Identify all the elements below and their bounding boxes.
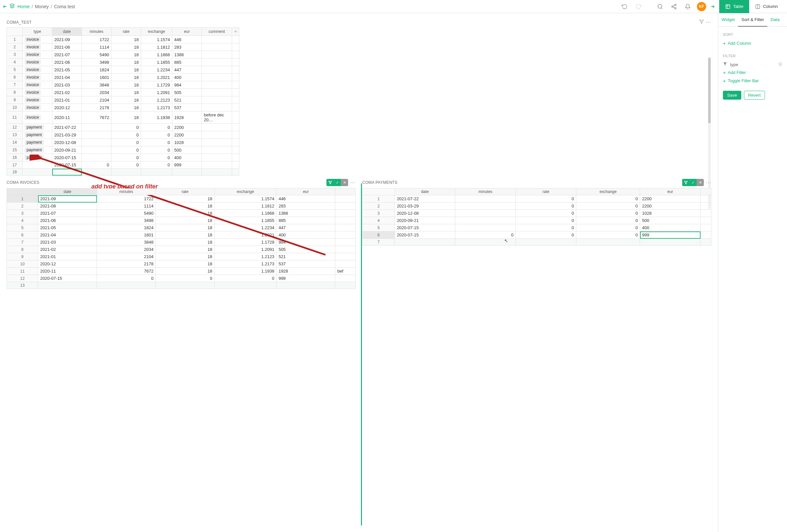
table-row[interactable]: 6invoice2021-041601181.2021400 (7, 73, 239, 81)
panel-tab-data[interactable]: Data (767, 13, 783, 26)
col-rate[interactable]: rate (155, 188, 214, 195)
avatar[interactable]: KF (697, 2, 706, 11)
check-icon[interactable]: ✓ (334, 179, 341, 186)
filter-item-type[interactable]: type (723, 61, 782, 68)
table-row[interactable]: 22021-03-29002200 (363, 203, 711, 210)
table-row[interactable]: 11invoice2020-117672181.19381928before d… (7, 111, 239, 124)
table-row[interactable]: 13payment2021-03-29002200 (7, 131, 239, 139)
section-menu-icon[interactable]: ⋯ (350, 179, 356, 186)
trash-icon[interactable] (778, 62, 782, 67)
col-minutes[interactable]: minutes (82, 28, 111, 36)
table-row[interactable]: 122020-07-15000999 (7, 275, 356, 282)
check-icon[interactable]: ✓ (689, 179, 697, 186)
table-row[interactable]: 12021-07-22002200 (363, 195, 711, 203)
col-eur[interactable]: eur (172, 28, 202, 36)
col-type[interactable]: type (23, 28, 52, 36)
table-row[interactable]: 102020-122178181.2173537 (7, 260, 356, 268)
search-icon[interactable] (656, 2, 665, 11)
table-row[interactable]: 62021-041601181.2021400 (7, 232, 356, 239)
table-row[interactable]: 42020-09-2100500 (363, 217, 711, 224)
table-row[interactable]: 32020-12-08001028 (363, 210, 711, 217)
table-row[interactable]: 82021-022034181.2091505 (7, 246, 356, 253)
breadcrumb-home[interactable]: Home (17, 4, 29, 9)
add-sort-column[interactable]: +Add Column (723, 39, 782, 47)
save-button[interactable]: Save (723, 91, 741, 100)
x-icon[interactable]: ✕ (697, 179, 704, 186)
section-coma-invoices: COMA INVOICES ✓ ✕ ⋯ date minute (6, 179, 356, 526)
table-row[interactable]: 4invoice2021-063498181.1855885 (7, 59, 239, 66)
table-row[interactable]: 52021-051824181.2234447 (7, 224, 356, 232)
table-row[interactable]: 72021-033848181.1729984 (7, 239, 356, 246)
table-row[interactable]: 62020-07-15000999 (363, 232, 711, 239)
table-row[interactable]: 12021-091722181.1574446 (7, 195, 356, 203)
x-icon[interactable]: ✕ (341, 179, 348, 186)
breadcrumb-doc[interactable]: Coma test (54, 4, 75, 9)
col-minutes[interactable]: minutes (455, 188, 516, 195)
table-row[interactable]: 12payment2021-07-22002200 (7, 124, 239, 131)
col-minutes[interactable]: minutes (97, 188, 156, 195)
toggle-filter-bar[interactable]: +Toggle Filter Bar (723, 77, 782, 85)
table-row[interactable]: 9invoice2021-012104181.2123521 (7, 96, 239, 104)
table-row[interactable]: 172020-07-15000999 (7, 162, 239, 169)
col-eur[interactable]: eur (276, 188, 335, 195)
breadcrumb-workspace[interactable]: Money (35, 4, 49, 9)
collapse-sidebar-icon[interactable]: ⇤ (3, 4, 7, 9)
add-filter[interactable]: +Add Filter (723, 68, 782, 77)
redo-icon[interactable] (634, 2, 643, 11)
panel-tab-widget[interactable]: Widget (718, 13, 738, 26)
svg-point-5 (675, 7, 676, 9)
tab-table[interactable]: Table (719, 0, 749, 13)
grid-coma-invoices[interactable]: date minutes rate exchange eur 12021-091… (6, 188, 356, 289)
view-tabs: Table Column (719, 0, 784, 13)
tab-column[interactable]: Column (749, 0, 784, 13)
table-row[interactable]: 112020-117672181.19381928bef (7, 268, 356, 275)
svg-rect-8 (726, 5, 730, 8)
table-row[interactable]: 10invoice2020-122178181.2173537 (7, 104, 239, 111)
table-row[interactable]: 7invoice2021-033848181.1729984 (7, 81, 239, 89)
new-row[interactable]: 7 (363, 239, 711, 246)
table-row[interactable]: 32021-075490181.18681388 (7, 210, 356, 217)
table-row[interactable]: 16payment2020-07-1500400 (7, 154, 239, 162)
table-row[interactable]: 52020-07-1500400 (363, 224, 711, 232)
share-icon[interactable] (669, 2, 679, 11)
table-row[interactable]: 22021-081114181.1812283 (7, 203, 356, 210)
table-row[interactable]: 15payment2020-09-2100500 (7, 146, 239, 154)
filter-indicator-icon[interactable] (699, 19, 704, 25)
col-date[interactable]: date (52, 28, 82, 36)
col-date[interactable]: date (38, 188, 97, 195)
table-row[interactable]: 2invoice2021-081114181.1812283 (7, 43, 239, 51)
revert-button[interactable]: Revert (744, 91, 765, 100)
section-menu-icon[interactable]: ⋯ (706, 19, 711, 25)
new-row[interactable]: 18 (7, 169, 239, 175)
add-column-icon[interactable]: + (232, 28, 239, 36)
col-date[interactable]: date (395, 188, 455, 195)
filter-pill-group[interactable]: ✓ ✕ (682, 179, 704, 186)
table-row[interactable]: 1invoice2021-091722181.1574446 (7, 36, 239, 43)
filter-pill-group[interactable]: ✓ ✕ (326, 179, 348, 186)
col-comment[interactable]: comment (202, 28, 232, 36)
table-row[interactable]: 5invoice2021-051824181.2234447 (7, 66, 239, 73)
table-row[interactable]: 42021-063498181.1855885 (7, 217, 356, 224)
section-title: COMA PAYMENTS (362, 180, 682, 185)
col-eur[interactable]: eur (640, 188, 701, 195)
table-row[interactable]: 8invoice2021-022034181.2091505 (7, 89, 239, 96)
col-rate[interactable]: rate (111, 28, 141, 36)
layers-icon[interactable] (9, 3, 15, 9)
new-row[interactable]: 13 (7, 282, 356, 289)
table-row[interactable]: 14payment2020-12-08001028 (7, 139, 239, 146)
table-row[interactable]: 3invoice2021-075490181.18681388 (7, 51, 239, 59)
breadcrumb: Home / Money / Coma test (17, 4, 75, 9)
col-exchange[interactable]: exchange (576, 188, 640, 195)
col-rate[interactable]: rate (516, 188, 576, 195)
col-exchange[interactable]: exchange (141, 28, 172, 36)
grid-coma-payments[interactable]: date minutes rate exchange eur 12021-07-… (362, 188, 711, 246)
bell-icon[interactable] (683, 2, 692, 11)
col-exchange[interactable]: exchange (214, 188, 276, 195)
svg-line-7 (673, 5, 675, 6)
grid-coma-test[interactable]: type date minutes rate exchange eur comm… (6, 27, 239, 175)
section-menu-icon[interactable]: ⋯ (706, 179, 711, 186)
table-row[interactable]: 92021-012104181.2123521 (7, 253, 356, 260)
undo-icon[interactable] (620, 2, 629, 11)
expand-panel-icon[interactable]: ⇥ (711, 4, 714, 9)
panel-tab-sort-filter[interactable]: Sort & Filter (738, 13, 767, 27)
